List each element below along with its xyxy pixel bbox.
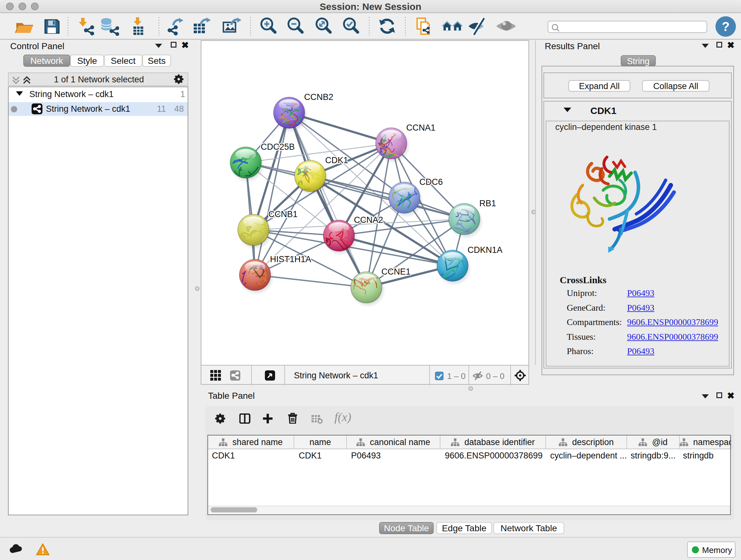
svg-text:CCNB1: CCNB1: [268, 209, 298, 219]
svg-text:CDK1: CDK1: [325, 155, 348, 165]
svg-text:HIST1H1A: HIST1H1A: [270, 254, 311, 264]
svg-text:CCNB2: CCNB2: [304, 92, 333, 102]
svg-text:CCNA2: CCNA2: [354, 215, 383, 225]
svg-text:CDC25B: CDC25B: [261, 142, 295, 152]
svg-text:CCNE1: CCNE1: [381, 267, 411, 276]
svg-text:CDKN1A: CDKN1A: [468, 245, 502, 255]
svg-text:CDC6: CDC6: [419, 177, 443, 187]
svg-text:?: ?: [722, 19, 730, 34]
svg-text:RB1: RB1: [479, 199, 496, 208]
svg-text:CCNA1: CCNA1: [406, 123, 435, 132]
